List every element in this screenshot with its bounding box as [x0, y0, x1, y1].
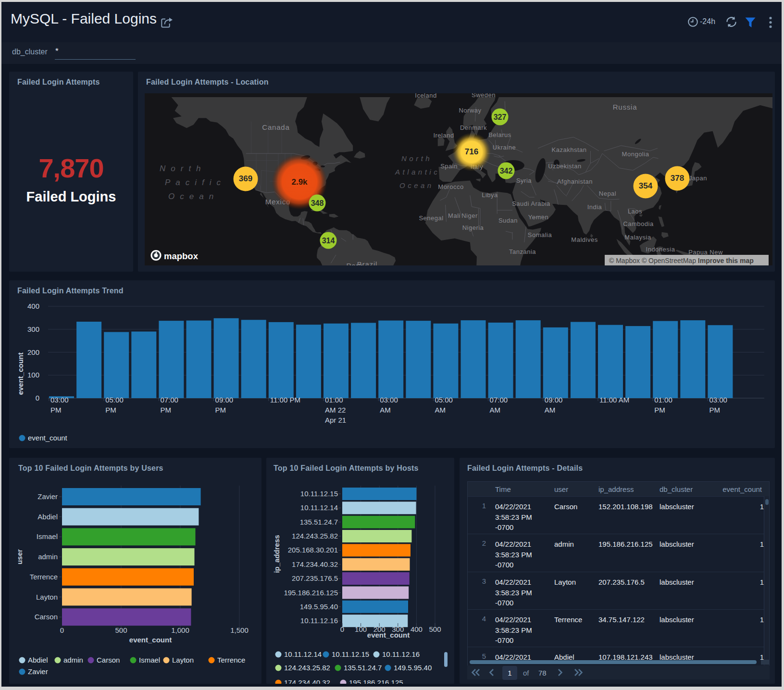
svg-text:03:00: 03:00 [380, 396, 398, 404]
svg-text:207.235.176.5: 207.235.176.5 [292, 574, 338, 582]
svg-text:Terrence: Terrence [30, 573, 58, 581]
svg-text:11:00 PM: 11:00 PM [270, 396, 300, 404]
svg-text:10.11.12.14: 10.11.12.14 [284, 650, 322, 658]
svg-text:11:00 AM: 11:00 AM [599, 396, 629, 404]
svg-text:AM 22: AM 22 [325, 406, 346, 414]
svg-text:event_count: event_count [28, 434, 68, 442]
svg-text:Morocco: Morocco [438, 183, 463, 190]
svg-text:716: 716 [465, 147, 478, 156]
svg-text:user: user [15, 549, 24, 565]
svg-text:Uzbekistan: Uzbekistan [548, 163, 581, 170]
svg-text:Zavier: Zavier [37, 492, 58, 501]
svg-text:124.243.25.82: 124.243.25.82 [284, 664, 330, 672]
svg-text:Ocean: Ocean [399, 181, 434, 189]
svg-text:100: 100 [27, 371, 39, 379]
svg-text:10.11.12.15: 10.11.12.15 [300, 489, 338, 498]
svg-text:Layton: Layton [36, 593, 58, 601]
svg-text:Atlantic: Atlantic [395, 168, 440, 176]
svg-text:10.11.12.15: 10.11.12.15 [332, 650, 369, 658]
svg-text:AM: AM [545, 406, 556, 414]
svg-text:Peru: Peru [347, 262, 363, 265]
svg-text:03:00: 03:00 [709, 396, 727, 404]
svg-text:event_count: event_count [16, 352, 25, 395]
svg-text:PM: PM [50, 406, 62, 414]
svg-text:Zavier: Zavier [28, 667, 48, 676]
svg-text:Norway: Norway [459, 107, 481, 114]
svg-text:Spain: Spain [440, 163, 458, 170]
svg-text:09:00: 09:00 [545, 396, 563, 404]
svg-text:10.11.12.14: 10.11.12.14 [300, 503, 338, 512]
svg-text:Apr 21: Apr 21 [325, 416, 346, 424]
svg-text:149.5.95.40: 149.5.95.40 [300, 602, 338, 611]
svg-text:AM: AM [380, 406, 391, 414]
svg-text:Somalia: Somalia [528, 231, 552, 238]
svg-text:admin: admin [63, 656, 83, 664]
svg-text:369: 369 [239, 174, 252, 183]
svg-text:India: India [587, 203, 602, 211]
svg-text:07:00: 07:00 [490, 396, 508, 404]
svg-text:Laos: Laos [628, 208, 642, 215]
svg-text:01:00: 01:00 [654, 396, 672, 404]
svg-text:Mongolia: Mongolia [622, 151, 649, 158]
svg-text:Russia: Russia [613, 103, 637, 111]
svg-text:01:00: 01:00 [325, 396, 343, 404]
svg-text:09:00: 09:00 [215, 396, 234, 404]
svg-text:124.243.25.82: 124.243.25.82 [292, 532, 338, 540]
svg-text:07:00: 07:00 [160, 396, 178, 404]
svg-text:05:00: 05:00 [105, 396, 124, 404]
svg-text:174.234.40.32: 174.234.40.32 [284, 678, 330, 684]
svg-text:195.186.216.125: 195.186.216.125 [349, 678, 403, 684]
svg-text:PM: PM [215, 406, 226, 414]
svg-text:0: 0 [36, 394, 39, 402]
svg-text:195.186.216.125: 195.186.216.125 [284, 589, 338, 597]
svg-text:PM: PM [709, 406, 720, 414]
svg-text:AM: AM [435, 406, 446, 414]
svg-text:Terrence: Terrence [217, 656, 245, 664]
svg-text:Belarus: Belarus [488, 131, 511, 138]
svg-text:Denmark: Denmark [460, 124, 487, 131]
svg-text:174.234.40.32: 174.234.40.32 [292, 560, 338, 568]
svg-text:Layton: Layton [172, 656, 194, 664]
svg-text:378: 378 [671, 174, 684, 183]
svg-text:Canada: Canada [262, 123, 289, 131]
svg-text:400: 400 [27, 302, 39, 310]
svg-text:10.11.12.16: 10.11.12.16 [382, 650, 420, 658]
svg-text:Ukraine: Ukraine [493, 144, 516, 151]
svg-text:Senegal: Senegal [419, 214, 443, 222]
svg-text:Carson: Carson [97, 656, 120, 664]
svg-text:Saudi Arabia: Saudi Arabia [512, 200, 550, 207]
svg-text:North: North [160, 164, 206, 173]
svg-text:Yemen: Yemen [528, 213, 549, 221]
svg-text:03:00: 03:00 [50, 396, 69, 404]
svg-text:149.5.95.40: 149.5.95.40 [394, 664, 432, 672]
svg-text:Syria: Syria [516, 177, 532, 184]
svg-text:Ireland: Ireland [433, 132, 454, 139]
svg-text:Mali: Mali [448, 212, 460, 219]
svg-text:135.51.24.7: 135.51.24.7 [344, 664, 382, 672]
svg-text:mapbox: mapbox [164, 251, 199, 261]
svg-text:314: 314 [322, 237, 335, 245]
svg-text:327: 327 [494, 113, 507, 121]
svg-text:ip_address: ip_address [273, 535, 281, 573]
svg-text:Iceland: Iceland [415, 93, 436, 99]
svg-text:admin: admin [38, 552, 58, 561]
svg-text:© Mapbox © OpenStreetMap Impro: © Mapbox © OpenStreetMap Improve this ma… [609, 257, 754, 264]
svg-text:Maldives: Maldives [571, 236, 597, 243]
svg-text:Papua New: Papua New [688, 249, 723, 256]
svg-text:event_count: event_count [367, 631, 410, 639]
svg-text:Niger: Niger [461, 212, 478, 219]
svg-text:354: 354 [639, 181, 653, 190]
svg-text:Japan: Japan [689, 175, 707, 182]
svg-text:Cambodia: Cambodia [623, 220, 654, 227]
svg-text:North: North [401, 154, 432, 163]
svg-text:342: 342 [500, 167, 513, 175]
svg-text:Carson: Carson [35, 613, 58, 621]
svg-text:Tanzania: Tanzania [509, 248, 536, 255]
svg-text:205.168.30.201: 205.168.30.201 [288, 546, 338, 554]
svg-text:200: 200 [27, 348, 39, 356]
svg-text:AM: AM [490, 406, 501, 414]
svg-text:Kazakhstan: Kazakhstan [552, 146, 587, 153]
svg-text:Ocean: Ocean [168, 192, 219, 201]
svg-text:2.9k: 2.9k [291, 177, 308, 187]
svg-text:Malaysia: Malaysia [624, 234, 651, 241]
